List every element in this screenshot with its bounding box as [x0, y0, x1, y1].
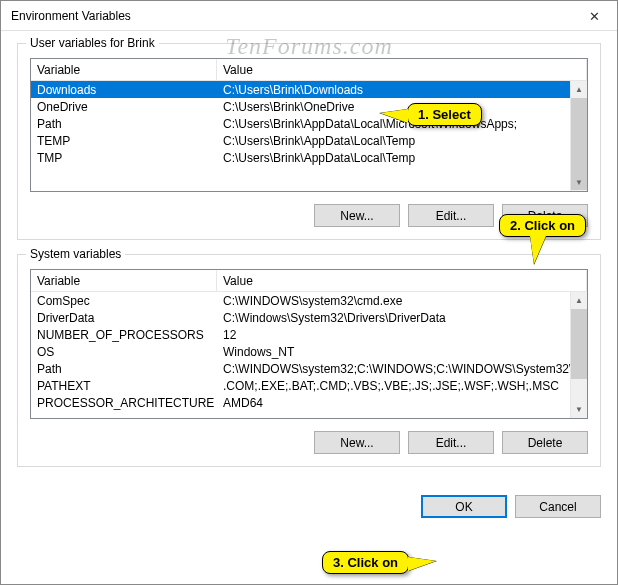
window-title: Environment Variables	[11, 9, 131, 23]
callout-click-ok: 3. Click on	[322, 551, 409, 574]
system-variables-label: System variables	[26, 247, 125, 261]
cell-variable: Path	[31, 361, 217, 377]
cell-variable: Downloads	[31, 82, 217, 98]
user-edit-button[interactable]: Edit...	[408, 204, 494, 227]
cell-variable: OneDrive	[31, 99, 217, 115]
system-variables-group: System variables Variable Value ComSpecC…	[17, 254, 601, 467]
close-icon: ✕	[589, 9, 600, 24]
cell-variable: PATHEXT	[31, 378, 217, 394]
cell-variable: PROCESSOR_ARCHITECTURE	[31, 395, 217, 411]
cell-value: 12	[217, 327, 587, 343]
table-row[interactable]: DownloadsC:\Users\Brink\Downloads	[31, 81, 587, 98]
cell-variable: ComSpec	[31, 293, 217, 309]
cell-value: C:\Users\Brink\AppData\Local\Temp	[217, 133, 587, 149]
cell-value: AMD64	[217, 395, 587, 411]
cell-variable: TMP	[31, 150, 217, 166]
table-row[interactable]: OSWindows_NT	[31, 343, 587, 360]
col-header-value[interactable]: Value	[217, 59, 587, 80]
cell-value: C:\WINDOWS\system32\cmd.exe	[217, 293, 587, 309]
table-row[interactable]: PathC:\WINDOWS\system32;C:\WINDOWS;C:\WI…	[31, 360, 587, 377]
system-delete-button[interactable]: Delete	[502, 431, 588, 454]
user-new-button[interactable]: New...	[314, 204, 400, 227]
table-row[interactable]: ComSpecC:\WINDOWS\system32\cmd.exe	[31, 292, 587, 309]
cell-value: Windows_NT	[217, 344, 587, 360]
close-button[interactable]: ✕	[571, 1, 617, 31]
system-new-button[interactable]: New...	[314, 431, 400, 454]
table-row[interactable]: TMPC:\Users\Brink\AppData\Local\Temp	[31, 149, 587, 166]
user-variables-group: User variables for Brink Variable Value …	[17, 43, 601, 240]
scroll-down-icon[interactable]: ▼	[571, 174, 587, 191]
table-row[interactable]: TEMPC:\Users\Brink\AppData\Local\Temp	[31, 132, 587, 149]
cell-value: C:\WINDOWS\system32;C:\WINDOWS;C:\WINDOW…	[217, 361, 587, 377]
table-row[interactable]: PATHEXT.COM;.EXE;.BAT;.CMD;.VBS;.VBE;.JS…	[31, 377, 587, 394]
scroll-up-icon[interactable]: ▲	[571, 81, 587, 98]
table-row[interactable]: OneDriveC:\Users\Brink\OneDrive	[31, 98, 587, 115]
user-variables-list[interactable]: Variable Value DownloadsC:\Users\Brink\D…	[30, 58, 588, 192]
cell-variable: TEMP	[31, 133, 217, 149]
table-row[interactable]: NUMBER_OF_PROCESSORS12	[31, 326, 587, 343]
table-row[interactable]: DriverDataC:\Windows\System32\Drivers\Dr…	[31, 309, 587, 326]
scroll-thumb[interactable]	[571, 309, 587, 379]
cell-variable: Path	[31, 116, 217, 132]
scrollbar[interactable]: ▲ ▼	[570, 81, 587, 191]
system-list-header: Variable Value	[31, 270, 587, 292]
table-row[interactable]: PathC:\Users\Brink\AppData\Local\Microso…	[31, 115, 587, 132]
scroll-down-icon[interactable]: ▼	[571, 401, 587, 418]
cell-value: C:\Users\Brink\AppData\Local\Temp	[217, 150, 587, 166]
col-header-variable[interactable]: Variable	[31, 270, 217, 291]
col-header-value[interactable]: Value	[217, 270, 587, 291]
system-edit-button[interactable]: Edit...	[408, 431, 494, 454]
system-variables-list[interactable]: Variable Value ComSpecC:\WINDOWS\system3…	[30, 269, 588, 419]
scrollbar[interactable]: ▲ ▼	[570, 292, 587, 418]
cell-variable: OS	[31, 344, 217, 360]
cell-variable: DriverData	[31, 310, 217, 326]
cell-value: C:\Users\Brink\Downloads	[217, 82, 587, 98]
ok-button[interactable]: OK	[421, 495, 507, 518]
callout-click-delete: 2. Click on	[499, 214, 586, 237]
cell-value: .COM;.EXE;.BAT;.CMD;.VBS;.VBE;.JS;.JSE;.…	[217, 378, 587, 394]
col-header-variable[interactable]: Variable	[31, 59, 217, 80]
callout-select: 1. Select	[407, 103, 482, 126]
cancel-button[interactable]: Cancel	[515, 495, 601, 518]
cell-value: C:\Windows\System32\Drivers\DriverData	[217, 310, 587, 326]
table-row[interactable]: PROCESSOR_ARCHITECTUREAMD64	[31, 394, 587, 411]
user-variables-label: User variables for Brink	[26, 36, 159, 50]
cell-variable: NUMBER_OF_PROCESSORS	[31, 327, 217, 343]
titlebar: Environment Variables ✕	[1, 1, 617, 31]
scroll-up-icon[interactable]: ▲	[571, 292, 587, 309]
user-list-header: Variable Value	[31, 59, 587, 81]
